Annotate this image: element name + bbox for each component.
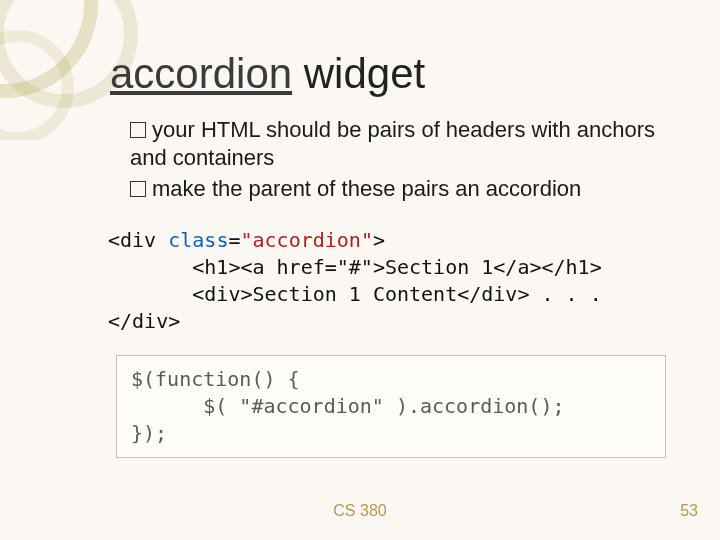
bullet-text: make the parent of these pairs an accord… <box>152 176 581 201</box>
bullet-item: make the parent of these pairs an accord… <box>130 175 680 203</box>
slide-number: 53 <box>680 502 698 520</box>
bullet-list: your HTML should be pairs of headers wit… <box>130 116 680 203</box>
title-rest: widget <box>292 50 425 97</box>
bullet-text: your HTML should be pairs of headers wit… <box>130 117 655 170</box>
code-block-html: <div class="accordion"> <h1><a href="#">… <box>100 223 680 341</box>
checkbox-icon <box>130 122 146 138</box>
slide-content: accordion widget your HTML should be pai… <box>110 50 680 472</box>
footer-course: CS 380 <box>0 502 720 520</box>
checkbox-icon <box>130 181 146 197</box>
slide-title: accordion widget <box>110 50 680 98</box>
bullet-item: your HTML should be pairs of headers wit… <box>130 116 680 171</box>
code-block-js: $(function() { $( "#accordion" ).accordi… <box>116 355 666 458</box>
title-link[interactable]: accordion <box>110 50 292 97</box>
